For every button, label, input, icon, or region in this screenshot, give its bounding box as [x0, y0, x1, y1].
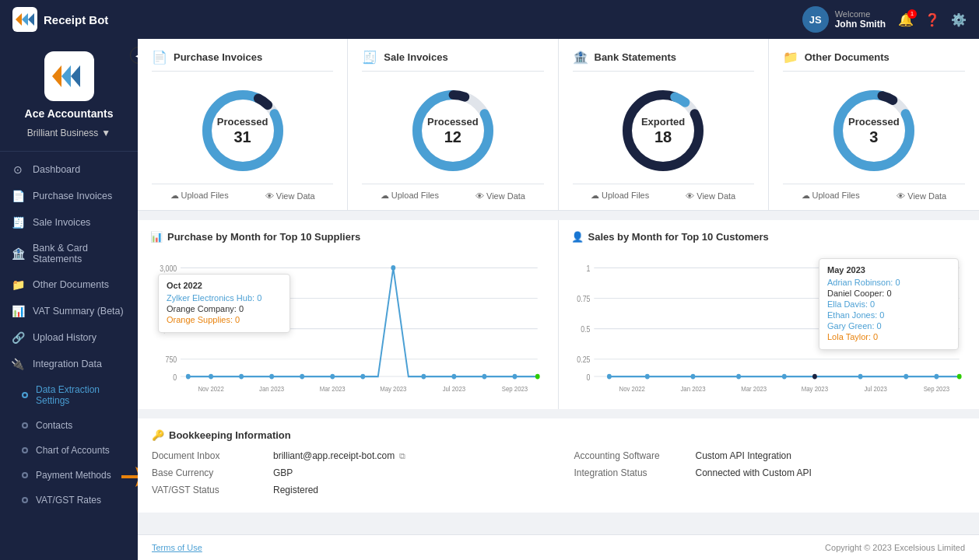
bookkeeping-section: 🔑 Bookkeeping Information Document Inbox… — [138, 418, 979, 513]
sales-chart-tooltip: May 2023 Adrian Robinson: 0 Daniel Coope… — [819, 258, 959, 350]
sidebar-item-bank-statements[interactable]: 🏦 Bank & Card Statements — [0, 236, 138, 271]
sidebar-item-other-documents[interactable]: 📁 Other Documents — [0, 271, 138, 298]
donut-container: Processed 31 — [152, 78, 333, 184]
view-data-link[interactable]: 👁 View Data — [265, 191, 315, 201]
stat-card-header: 📄 Purchase Invoices — [152, 50, 333, 72]
sidebar-item-integration-data[interactable]: 🔌 Integration Data — [0, 351, 138, 377]
sidebar-item-dashboard[interactable]: ⊙ Dashboard — [0, 156, 138, 183]
svg-point-76 — [904, 374, 908, 380]
sidebar-item-chart-of-accounts[interactable]: Chart of Accounts — [0, 438, 138, 463]
svg-text:0: 0 — [173, 373, 177, 382]
stat-card-footer: ☁ Upload Files 👁 View Data — [573, 184, 754, 201]
sales-chart-icon: 👤 — [571, 231, 584, 243]
info-value: Connected with Custom API — [696, 467, 812, 478]
tooltip-item: Ethan Jones: 0 — [827, 310, 950, 320]
upload-files-link[interactable]: ☁ Upload Files — [802, 191, 860, 201]
donut-status-count: 3 — [848, 128, 900, 145]
stat-card-title: Purchase Invoices — [174, 51, 262, 63]
tooltip-item: Gary Green: 0 — [827, 321, 950, 331]
svg-marker-7 — [121, 467, 138, 487]
sidebar-item-label: Chart of Accounts — [36, 445, 110, 456]
donut-wrapper: Processed 31 — [196, 84, 289, 177]
upload-files-link[interactable]: ☁ Upload Files — [591, 191, 649, 201]
svg-point-71 — [690, 374, 695, 380]
donut-center-text: Processed 31 — [217, 116, 268, 146]
upload-files-link[interactable]: ☁ Upload Files — [381, 191, 439, 201]
svg-point-51 — [513, 374, 518, 380]
main-layout: ◀ Ace Accountants Brilliant Business ▼ ⊙… — [0, 39, 979, 560]
notification-icon[interactable]: 🔔 1 — [898, 12, 914, 27]
help-icon[interactable]: ❓ — [925, 12, 940, 27]
sidebar-item-vat-rates[interactable]: VAT/GST Rates — [0, 488, 138, 513]
tooltip-date: Oct 2022 — [167, 281, 282, 290]
sidebar-item-contacts[interactable]: Contacts — [0, 413, 138, 438]
svg-text:May 2023: May 2023 — [380, 385, 407, 394]
sidebar-item-label: Data Extraction Settings — [36, 384, 127, 406]
content-footer: Terms of Use Copyright © 2023 Excelsious… — [138, 534, 979, 560]
info-value: Registered — [273, 485, 318, 495]
integration-data-icon: 🔌 — [11, 358, 25, 370]
svg-text:Sep 2023: Sep 2023 — [923, 385, 949, 394]
stat-card-header: 🧾 Sale Invoices — [362, 50, 543, 72]
sidebar-item-label: Sale Invoices — [33, 217, 90, 228]
sidebar-item-label: Dashboard — [33, 164, 80, 175]
company-name: Ace Accountants — [25, 107, 114, 120]
bookkeeping-title-text: Bookkeeping Information — [169, 429, 291, 441]
info-label: Base Currency — [152, 467, 261, 478]
company-logo — [44, 51, 94, 101]
svg-point-75 — [858, 374, 862, 380]
stat-card-footer: ☁ Upload Files 👁 View Data — [362, 184, 543, 201]
stat-card-title: Bank Statements — [595, 51, 676, 63]
sidebar-item-label: Contacts — [36, 420, 72, 431]
donut-container: Processed 12 — [362, 78, 543, 184]
svg-point-78 — [956, 374, 961, 380]
sidebar-item-sale-invoices[interactable]: 🧾 Sale Invoices — [0, 209, 138, 236]
nav-arrow-indicator — [121, 465, 138, 488]
donut-wrapper: Processed 12 — [406, 84, 500, 177]
sidebar-item-vat-summary[interactable]: 📊 VAT Summary (Beta) — [0, 298, 138, 324]
tooltip-item: Orange Company: 0 — [167, 304, 282, 313]
stat-card-title: Sale Invoices — [384, 51, 447, 63]
terms-of-use-link[interactable]: Terms of Use — [152, 543, 202, 552]
view-data-link[interactable]: 👁 View Data — [686, 191, 735, 201]
sidebar-item-label: Purchase Invoices — [33, 191, 112, 201]
svg-text:3,000: 3,000 — [160, 264, 177, 273]
bank-statements-card-icon: 🏦 — [573, 50, 588, 65]
info-label: VAT/GST Status — [152, 485, 261, 495]
donut-status-count: 12 — [427, 128, 479, 145]
svg-point-72 — [736, 374, 741, 380]
sidebar-item-upload-history[interactable]: 🔗 Upload History — [0, 324, 138, 351]
user-info: JS Welcome John Smith — [802, 6, 886, 33]
svg-point-45 — [330, 374, 335, 380]
upload-files-link[interactable]: ☁ Upload Files — [170, 191, 229, 201]
info-label: Document Inbox — [152, 450, 261, 461]
other-docs-card-icon: 📁 — [783, 50, 798, 65]
copy-icon[interactable]: ⧉ — [399, 451, 405, 461]
svg-point-41 — [209, 374, 213, 380]
welcome-label: Welcome — [835, 9, 886, 19]
header-icons: 🔔 1 ❓ ⚙️ — [898, 12, 967, 27]
info-row-accounting-software: Accounting Software Custom API Integrati… — [574, 450, 966, 461]
svg-text:0.5: 0.5 — [581, 324, 590, 334]
sub-dot-icon — [22, 447, 28, 453]
tooltip-item: Ella Davis: 0 — [827, 299, 950, 309]
view-data-link[interactable]: 👁 View Data — [897, 191, 946, 201]
sidebar-item-payment-methods[interactable]: Payment Methods — [0, 463, 138, 488]
bookkeeping-left: Document Inbox brilliant@app.receipt-bot… — [152, 450, 543, 502]
donut-container: Exported 18 — [573, 78, 754, 184]
svg-point-70 — [644, 374, 649, 380]
sidebar-item-purchase-invoices[interactable]: 📄 Purchase Invoices — [0, 183, 138, 209]
view-data-link[interactable]: 👁 View Data — [475, 191, 525, 201]
purchase-chart-tooltip: Oct 2022 Zylker Electronics Hub: 0 Orang… — [158, 274, 290, 333]
upload-history-icon: 🔗 — [11, 331, 25, 344]
sidebar-nav: ⊙ Dashboard 📄 Purchase Invoices 🧾 Sale I… — [0, 152, 138, 560]
sub-dot-icon — [22, 392, 28, 398]
company-selector[interactable]: Brilliant Business ▼ — [9, 124, 128, 142]
top-header: Receipt Bot JS Welcome John Smith 🔔 1 ❓ … — [0, 0, 979, 39]
donut-status-count: 31 — [217, 128, 268, 145]
info-value: Custom API Integration — [696, 450, 791, 461]
tooltip-item: Daniel Cooper: 0 — [827, 289, 950, 298]
settings-icon[interactable]: ⚙️ — [951, 12, 967, 27]
svg-point-52 — [535, 374, 540, 380]
sidebar-item-data-extraction[interactable]: Data Extraction Settings — [0, 377, 138, 413]
